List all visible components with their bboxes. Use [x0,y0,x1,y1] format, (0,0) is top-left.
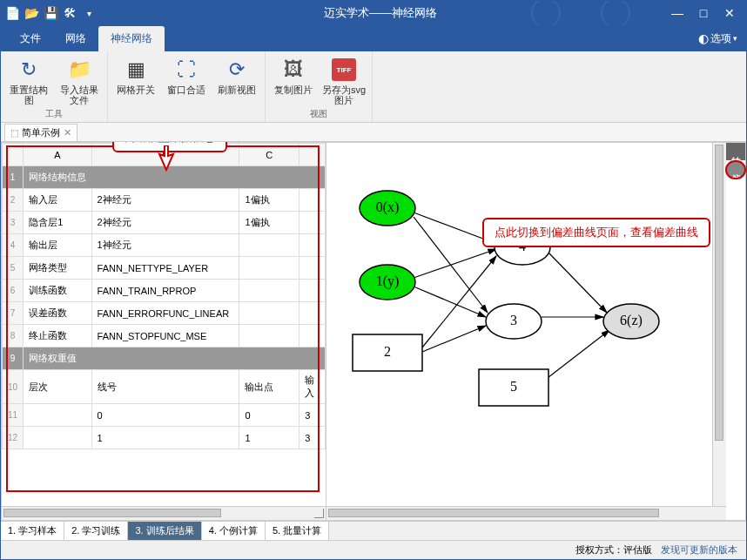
diagram-horizontal-scrollbar[interactable] [326,506,726,520]
ribbon-label: 窗口合适 [167,84,205,95]
data-grid-pane: ABC1网络结构信息2输入层2神经元1偏执3 隐含层12神经元1偏执4输出层1神… [1,142,326,521]
close-tab-icon[interactable]: ✕ [64,127,71,138]
menu-tab-1[interactable]: 网络 [53,26,98,51]
grid-row[interactable]: 8终止函数FANN_STOPFUNC_MSE [3,325,326,347]
ribbon-btn-刷新视图[interactable]: ⟳刷新视图 [212,55,261,97]
grid-corner [3,144,24,166]
ribbon-label: 网格开关 [117,84,155,95]
cube-icon: ⬚ [10,128,18,138]
bottom-tab-strip: 1. 学习样本2. 学习训练3. 训练后结果4. 个例计算5. 批量计算 [1,521,746,540]
ribbon-label: 刷新视图 [218,84,256,95]
menu-bar: 文件网络神经网络 ◐ 选项 ▾ [1,25,746,51]
grid-row[interactable]: 11003 [3,404,326,427]
ribbon-group-label: 工具 [45,107,63,121]
side-tab-0[interactable]: 结构信息 [726,143,745,160]
bottom-tab-2[interactable]: 3. 训练后结果 [128,522,201,540]
grid-row[interactable]: 3 隐含层12神经元1偏执 [3,212,326,234]
diagram-pane: 0(x)1(y)23456(z) 结构信息偏差曲线 点此切换到偏差曲线页面，查看… [326,142,746,521]
ribbon-btn-导入结果文件[interactable]: 📁导入结果文件 [55,55,104,107]
grid-col-header[interactable]: A [24,144,91,166]
ribbon-icon: ⟳ [223,57,251,83]
diagram-edge [422,256,496,347]
ribbon-icon: ⛶ [172,57,200,83]
grid-row[interactable]: 5网络类型FANN_NETTYPE_LAYER [3,257,326,280]
titlebar-decoration [494,1,668,25]
ribbon-btn-复制图片[interactable]: 🖼复制图片 [269,55,318,107]
ribbon-icon: ▦ [122,57,150,83]
ribbon-group-2: 🖼复制图片TIFF另存为svg图片视图 [266,51,373,122]
title-bar: 📄 📂 💾 🛠 ▾ 迈实学术——神经网络 — □ ✕ [1,1,746,25]
diagram-node-label: 6(z) [620,313,643,328]
ribbon: ↻重置结构图📁导入结果文件工具▦网格开关⛶窗口合适⟳刷新视图 🖼复制图片TIFF… [1,51,746,123]
grid-row[interactable]: 4输出层1神经元 [3,234,326,257]
qat-open-icon[interactable]: 📂 [24,5,39,21]
side-tab-strip: 结构信息偏差曲线 [726,143,745,506]
qat-dropdown-icon[interactable]: ▾ [81,5,97,21]
grid-row[interactable]: 10层次线号输出点输入 [3,370,326,404]
data-grid[interactable]: ABC1网络结构信息2输入层2神经元1偏执3 隐含层12神经元1偏执4输出层1神… [2,143,326,506]
maximize-button[interactable]: □ [690,6,717,20]
ribbon-btn-网格开关[interactable]: ▦网格开关 [111,55,160,97]
callout-model-info: 网络模型数据信息 [112,142,227,152]
diagram-node-label: 1(y) [376,273,400,289]
grid-row[interactable]: 6训练函数FANN_TRAIN_RPROP [3,280,326,302]
diagram-node-label: 2 [384,344,391,359]
ribbon-label: 另存为svg图片 [321,84,367,105]
document-tab-strip: ⬚ 简单示例 ✕ [1,123,746,142]
grid-row[interactable]: 2输入层2神经元1偏执 [3,189,326,212]
ribbon-group-label: 视图 [310,107,327,121]
menu-tab-0[interactable]: 文件 [8,26,53,51]
grid-section-header: 9网络权重值 [3,347,326,370]
ribbon-group-1: ▦网格开关⛶窗口合适⟳刷新视图 [108,51,266,122]
ribbon-icon: ↻ [15,57,43,83]
qat-new-icon[interactable]: 📄 [4,5,20,21]
ribbon-icon: 🖼 [279,57,307,83]
diagram-edge [548,253,607,313]
diagram-edge [544,330,609,381]
diagram-vertical-scrollbar[interactable] [712,143,726,506]
diagram-edge [414,287,486,317]
diagram-edge [422,326,486,352]
ribbon-btn-另存为svg图片[interactable]: TIFF另存为svg图片 [320,55,368,107]
minimize-button[interactable]: — [664,6,690,20]
ribbon-group-0: ↻重置结构图📁导入结果文件工具 [1,51,108,122]
grid-col-header[interactable]: C [239,144,299,166]
side-tab-1[interactable]: 偏差曲线 [726,161,745,179]
qat-save-icon[interactable]: 💾 [43,5,58,21]
diagram-node-label: 3 [510,313,517,327]
ribbon-label: 复制图片 [274,84,313,95]
grid-row[interactable]: 12113 [3,427,326,449]
bottom-tab-3[interactable]: 4. 个例计算 [202,522,266,540]
qat-settings-icon[interactable]: 🛠 [62,5,77,21]
grid-row[interactable]: 7误差函数FANN_ERRORFUNC_LINEAR [3,302,326,325]
document-tab-label: 简单示例 [22,126,60,139]
ribbon-icon: 📁 [65,57,93,83]
ribbon-group-label [185,110,188,121]
grid-section-header: 1网络结构信息 [3,166,326,189]
menu-tab-2[interactable]: 神经网络 [98,26,165,51]
diagram-edge [414,249,496,278]
bottom-tab-0[interactable]: 1. 学习样本 [1,522,64,540]
ribbon-btn-窗口合适[interactable]: ⛶窗口合适 [162,55,211,97]
ribbon-label: 重置结构图 [6,84,51,105]
ribbon-icon: TIFF [330,57,358,83]
diagram-node-label: 0(x) [376,199,400,215]
close-button[interactable]: ✕ [717,6,743,20]
bottom-tab-4[interactable]: 5. 批量计算 [266,522,329,540]
ribbon-btn-重置结构图[interactable]: ↻重置结构图 [4,55,53,107]
license-text: 授权方式：评估版 [575,543,652,557]
ribbon-label: 导入结果文件 [57,84,102,105]
network-diagram[interactable]: 0(x)1(y)23456(z) [326,143,745,520]
diagram-node-label: 5 [510,379,517,394]
workspace: 网络模型数据信息 ABC1网络结构信息2输入层2神经元1偏执3 隐含层12神经元… [1,142,746,521]
callout-deviation-curve: 点此切换到偏差曲线页面，查看偏差曲线 [482,218,710,247]
bottom-tab-1[interactable]: 2. 学习训练 [64,522,128,540]
grid-horizontal-scrollbar[interactable] [2,506,326,520]
quick-access-toolbar: 📄 📂 💾 🛠 ▾ [4,5,97,21]
document-tab[interactable]: ⬚ 简单示例 ✕ [4,124,77,141]
status-bar: 授权方式：评估版 发现可更新的版本 [1,540,746,559]
update-link[interactable]: 发现可更新的版本 [661,543,737,557]
options-menu[interactable]: ◐ 选项 ▾ [690,28,746,50]
